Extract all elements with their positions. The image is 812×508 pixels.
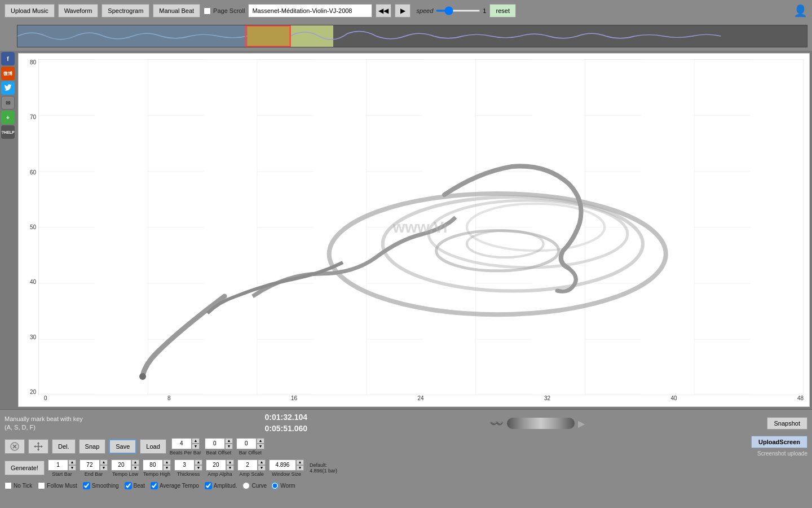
filename-input[interactable]: [248, 4, 372, 17]
window-size-input[interactable]: [269, 459, 296, 471]
beats-per-bar-input[interactable]: [171, 438, 192, 449]
load-button[interactable]: Load: [140, 439, 166, 454]
beat-offset-up[interactable]: ▲: [225, 438, 233, 444]
no-tick-checkbox[interactable]: [5, 482, 12, 489]
play-button[interactable]: ▶: [395, 4, 411, 17]
waveform-icon: 〰️: [489, 417, 504, 430]
y-label-40: 40: [19, 279, 38, 285]
beats-per-bar-down[interactable]: ▼: [192, 444, 200, 449]
waveform-area: [0, 21, 812, 51]
beat-offset-input[interactable]: [205, 438, 225, 449]
erase-beat-button[interactable]: [5, 439, 25, 454]
amp-alpha-down[interactable]: ▼: [226, 465, 234, 471]
speed-value: 1: [483, 7, 486, 14]
controls-right: UploadScreen Screenshot uploade: [751, 436, 807, 457]
manual-beat-button[interactable]: Manual Beat: [153, 4, 200, 17]
bar-offset-input[interactable]: [236, 438, 257, 449]
time-display: 0:01:32.104 0:05:51.060: [265, 412, 308, 434]
snapshot-button[interactable]: Snapshot: [767, 417, 807, 430]
twitter-button[interactable]: [1, 81, 15, 95]
y-label-60: 60: [19, 169, 38, 176]
waveform-bar: [507, 418, 575, 429]
default-group: Default: 4.896(1 bar): [310, 462, 337, 474]
end-bar-up[interactable]: ▲: [100, 459, 108, 465]
amp-scale-down[interactable]: ▼: [258, 465, 266, 471]
start-bar-group: ▲ ▼ Start Bar: [48, 459, 76, 477]
start-bar-label: Start Bar: [52, 471, 72, 477]
speed-slider[interactable]: [435, 10, 480, 12]
waveform-widget: 〰️ ▶: [489, 417, 585, 430]
waveform-button[interactable]: Waveform: [58, 4, 99, 17]
bar-offset-down[interactable]: ▼: [257, 444, 264, 449]
amplitude-checkbox[interactable]: [205, 482, 212, 489]
save-button[interactable]: Save: [109, 439, 136, 454]
start-bar-input[interactable]: [48, 459, 68, 471]
beat-checkbox[interactable]: [125, 482, 132, 489]
beat-offset-down[interactable]: ▼: [225, 444, 233, 449]
average-tempo-checkbox[interactable]: [151, 482, 158, 489]
upload-music-button[interactable]: Upload Music: [5, 4, 55, 17]
thickness-down[interactable]: ▼: [195, 465, 202, 471]
start-bar-down[interactable]: ▼: [68, 465, 76, 471]
y-label-80: 80: [19, 59, 38, 65]
amp-scale-input[interactable]: [237, 459, 258, 471]
plus-button[interactable]: +: [1, 111, 15, 124]
bottom-controls: Manually mark beat with key (A, S, D, F)…: [0, 409, 812, 508]
average-tempo-label: Average Tempo: [151, 482, 199, 489]
tempo-high-label: Tempo High: [143, 471, 170, 477]
end-bar-group: ▲ ▼ End Bar: [80, 459, 108, 477]
beat-offset-group: ▲ ▼ Beat Offset: [205, 438, 233, 456]
waveform-container[interactable]: [17, 25, 807, 47]
y-label-20: 20: [19, 389, 38, 395]
x-label-32: 32: [544, 395, 550, 406]
end-bar-down[interactable]: ▼: [100, 465, 108, 471]
curve-label: Curve: [242, 482, 267, 489]
status-text: Manually mark beat with key (A, S, D, F): [5, 415, 83, 432]
worm-label: Worm: [271, 482, 295, 489]
tempo-low-input[interactable]: [111, 459, 131, 471]
thickness-input[interactable]: [174, 459, 195, 471]
page-scroll-checkbox[interactable]: [204, 7, 211, 15]
email-button[interactable]: ✉: [1, 96, 15, 110]
amp-scale-up[interactable]: ▲: [258, 459, 266, 465]
worm-radio[interactable]: [271, 482, 279, 489]
end-bar-input[interactable]: [80, 459, 100, 471]
tempo-low-label: Tempo Low: [112, 471, 138, 477]
prev-button[interactable]: ◀◀: [376, 4, 391, 17]
upload-screen-button[interactable]: UploadScreen: [751, 436, 807, 448]
del-button[interactable]: Del.: [52, 439, 76, 454]
help-button[interactable]: ?HELP: [1, 125, 15, 139]
amp-scale-group: ▲ ▼ Amp Scale: [237, 459, 266, 477]
curve-radio[interactable]: [242, 482, 250, 489]
follow-must-label: Follow Must: [38, 482, 77, 489]
follow-must-checkbox[interactable]: [38, 482, 45, 489]
tempo-high-up[interactable]: ▲: [163, 459, 171, 465]
weibo-button[interactable]: 微博: [1, 67, 15, 80]
amp-alpha-up[interactable]: ▲: [226, 459, 234, 465]
tempo-low-up[interactable]: ▲: [131, 459, 139, 465]
controls-row1: Del. Snap Save Load ▲ ▼ Beats Per Bar: [5, 436, 747, 457]
tempo-low-down[interactable]: ▼: [131, 465, 139, 471]
start-bar-up[interactable]: ▲: [68, 459, 76, 465]
tempo-high-input[interactable]: [143, 459, 163, 471]
beats-per-bar-up[interactable]: ▲: [192, 438, 200, 444]
generate-button[interactable]: Generate!: [5, 461, 45, 475]
window-size-down[interactable]: ▼: [296, 465, 304, 471]
smoothing-checkbox[interactable]: [83, 482, 90, 489]
amp-alpha-input[interactable]: [206, 459, 226, 471]
thickness-up[interactable]: ▲: [195, 459, 202, 465]
speed-label: speed: [416, 7, 433, 14]
spectrogram-button[interactable]: Spectrogram: [102, 4, 149, 17]
move-beat-button[interactable]: [28, 439, 48, 454]
smoothing-label: Smoothing: [83, 482, 119, 489]
tempo-high-down[interactable]: ▼: [163, 465, 171, 471]
facebook-button[interactable]: f: [1, 52, 15, 65]
bar-offset-up[interactable]: ▲: [257, 438, 264, 444]
thickness-label: Thickness: [177, 471, 200, 477]
reset-button[interactable]: reset: [489, 4, 515, 17]
snap-button[interactable]: Snap: [79, 439, 106, 454]
window-size-up[interactable]: ▲: [296, 459, 304, 465]
beats-per-bar-group: ▲ ▼ Beats Per Bar: [170, 438, 201, 456]
chart-grid: www.Vr: [38, 59, 804, 395]
y-axis: 80 70 60 50 40 30 20: [19, 54, 38, 406]
